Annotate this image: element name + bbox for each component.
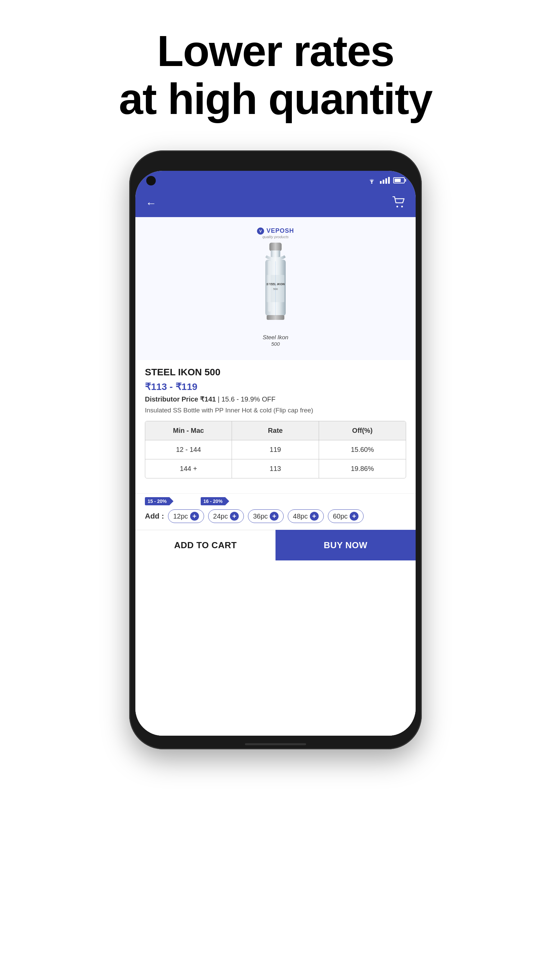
quantity-row: Add : 12pc + 24pc + 36pc + — [145, 509, 406, 524]
svg-point-1 — [397, 205, 398, 207]
svg-rect-6 — [271, 250, 280, 257]
qty-chip-36[interactable]: 36pc + — [248, 509, 284, 523]
status-bar — [135, 171, 416, 190]
qty-chip-12-plus[interactable]: + — [190, 512, 199, 520]
qty-chip-48[interactable]: 48pc + — [288, 509, 324, 523]
action-buttons: ADD TO CART BUY NOW — [135, 530, 416, 560]
camera-notch — [146, 176, 156, 185]
qty-chip-60-plus[interactable]: + — [349, 512, 359, 520]
promo-badge-1: 15 - 20% — [145, 497, 173, 505]
svg-rect-12 — [268, 261, 271, 312]
phone-screen: ← — [135, 171, 416, 736]
qty-chip-48-plus[interactable]: + — [310, 512, 319, 520]
qty-chip-12-label: 12pc — [173, 512, 188, 520]
bottle-illustration: STEEL IKON 500 — [245, 241, 306, 333]
add-to-cart-button[interactable]: ADD TO CART — [135, 530, 275, 560]
distributor-price: Distributor Price ₹141 | 15.6 - 19.9% OF… — [145, 395, 406, 403]
app-bar: ← — [135, 190, 416, 217]
headline: Lower rates at high quantity — [98, 0, 453, 143]
svg-text:V: V — [259, 229, 262, 233]
signal-icon — [380, 177, 390, 184]
table-row: 144 + 113 19.86% — [145, 460, 406, 478]
product-title: STEEL IKON 500 — [145, 367, 406, 378]
row2-minmax: 144 + — [145, 460, 232, 478]
qty-chip-60[interactable]: 60pc + — [328, 509, 364, 523]
col-header-minmax: Min - Mac — [145, 421, 232, 440]
product-image: V VEPOSH quality products — [235, 227, 316, 350]
product-image-area: V VEPOSH quality products — [135, 217, 416, 360]
headline-line1: Lower rates — [119, 27, 432, 75]
price-range: ₹113 - ₹119 — [145, 381, 406, 392]
row1-minmax: 12 - 144 — [145, 440, 232, 459]
qty-chip-12[interactable]: 12pc + — [168, 509, 204, 523]
phone-frame: ← — [129, 150, 422, 749]
table-header: Min - Mac Rate Off(%) — [145, 421, 406, 440]
status-icons — [367, 177, 405, 184]
svg-rect-5 — [269, 243, 282, 251]
brand-name: VEPOSH — [266, 227, 294, 234]
product-description: Insulated SS Bottle with PP Inner Hot & … — [145, 406, 406, 415]
qty-chip-24-label: 24pc — [213, 512, 228, 520]
home-indicator — [245, 743, 306, 745]
cart-button[interactable] — [392, 196, 405, 211]
col-header-rate: Rate — [232, 421, 319, 440]
promo-badge-2: 16 - 20% — [201, 497, 229, 505]
qty-chip-36-plus[interactable]: + — [270, 512, 279, 520]
headline-line2: at high quantity — [119, 75, 432, 123]
promo-tags-row: 15 - 20% 16 - 20% — [145, 497, 406, 505]
product-image-label: Steel Ikon — [263, 334, 288, 341]
battery-icon — [393, 177, 405, 183]
col-header-off: Off(%) — [319, 421, 406, 440]
brand-logo-icon: V — [257, 227, 264, 235]
qty-chip-60-label: 60pc — [333, 512, 348, 520]
buy-now-button[interactable]: BUY NOW — [275, 530, 416, 560]
svg-point-0 — [371, 182, 372, 184]
phone-wrapper: ← — [129, 150, 422, 749]
qty-chip-24[interactable]: 24pc + — [208, 509, 244, 523]
qty-chip-48-label: 48pc — [293, 512, 308, 520]
svg-rect-8 — [267, 315, 284, 320]
row2-off: 19.86% — [319, 460, 406, 478]
back-button[interactable]: ← — [146, 197, 156, 210]
row2-rate: 113 — [232, 460, 319, 478]
row1-off: 15.60% — [319, 440, 406, 459]
qty-chip-36-label: 36pc — [253, 512, 268, 520]
brand-tagline: quality products — [262, 235, 288, 239]
quantity-label: Add : — [145, 512, 164, 520]
product-info: STEEL IKON 500 ₹113 - ₹119 Distributor P… — [135, 360, 416, 494]
pricing-table: Min - Mac Rate Off(%) 12 - 144 119 15.60… — [145, 421, 406, 479]
product-content: V VEPOSH quality products — [135, 217, 416, 736]
table-row: 12 - 144 119 15.60% — [145, 440, 406, 460]
svg-point-2 — [401, 205, 403, 207]
wifi-icon — [367, 177, 376, 184]
quantity-section: 15 - 20% 16 - 20% Add : 12pc — [135, 493, 416, 530]
qty-chip-24-plus[interactable]: + — [230, 512, 239, 520]
row1-rate: 119 — [232, 440, 319, 459]
